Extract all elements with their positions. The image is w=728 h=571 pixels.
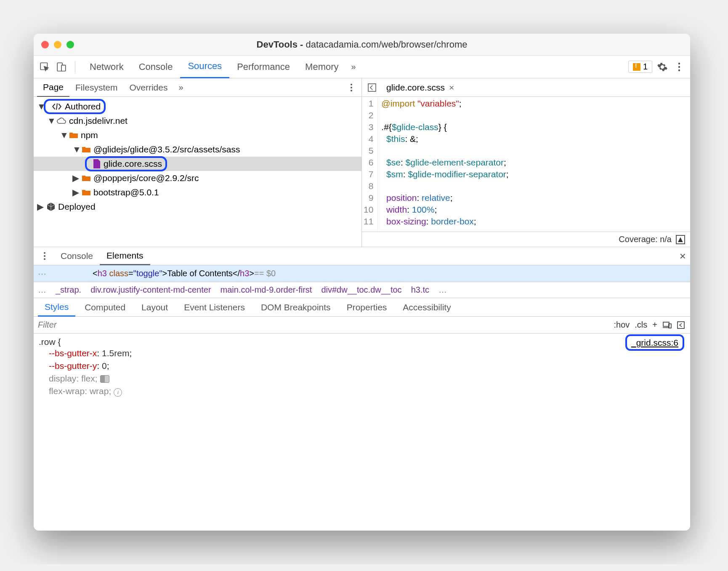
elements-dom-line[interactable]: ⋯ <h3 class="toggle">Table of Contents</… <box>34 265 690 282</box>
close-icon[interactable]: × <box>680 250 686 263</box>
filter-bar: :hov.cls+ <box>34 317 690 334</box>
dom-suffix: == $0 <box>254 269 276 278</box>
styles-tab-properties[interactable]: Properties <box>340 298 394 317</box>
more-tabs-icon[interactable]: » <box>351 62 356 72</box>
folder-icon <box>69 131 78 139</box>
svg-point-7 <box>351 86 352 88</box>
nav-kebab-icon[interactable] <box>345 81 358 94</box>
warning-count: 1 <box>643 62 648 72</box>
drawer-tab-console[interactable]: Console <box>54 247 100 265</box>
tab-sources[interactable]: Sources <box>180 56 229 78</box>
nav-back-icon[interactable] <box>365 81 379 94</box>
breadcrumb-item[interactable]: div.row.justify-content-md-center <box>90 285 211 295</box>
styles-tab-accessibility[interactable]: Accessibility <box>396 298 457 317</box>
device-icon[interactable] <box>662 321 672 329</box>
drawer-tab-elements[interactable]: Elements <box>100 247 150 265</box>
dom-val: toggle <box>136 269 159 278</box>
warning-badge[interactable]: 1 <box>628 61 652 73</box>
dom-tag-close: h3 <box>240 269 249 278</box>
filter-action[interactable]: :hov <box>614 320 630 330</box>
dom-attr: class <box>109 269 129 278</box>
main-toolbar: NetworkConsoleSourcesPerformanceMemory »… <box>34 56 690 78</box>
tree-bootstrap[interactable]: ▶ bootstrap@5.0.1 <box>34 185 361 200</box>
svg-rect-9 <box>368 84 376 91</box>
coverage-bar: Coverage: n/a ▲ <box>362 232 690 247</box>
rule-selector[interactable]: .row { <box>39 337 685 347</box>
gear-icon[interactable] <box>656 60 669 74</box>
dom-ellipsis[interactable]: ⋯ <box>38 269 46 279</box>
folder-icon <box>82 189 91 196</box>
code-icon <box>51 102 62 111</box>
line-gutter: 1234567891011 <box>362 97 378 232</box>
titlebar: DevTools - datacadamia.com/web/browser/c… <box>34 34 690 56</box>
breadcrumb-item[interactable]: h3.tc <box>411 285 429 295</box>
code-editor[interactable]: 1234567891011 @import "variables";.#{$gl… <box>362 97 690 232</box>
title-prefix: DevTools - <box>257 39 306 50</box>
tree-deployed[interactable]: ▶ Deployed <box>34 200 361 214</box>
styles-tabs: StylesComputedLayoutEvent ListenersDOM B… <box>34 298 690 317</box>
more-nav-icon[interactable]: » <box>178 83 183 92</box>
filter-action[interactable]: .cls <box>635 320 647 330</box>
nav-tab-filesystem[interactable]: Filesystem <box>69 78 123 97</box>
svg-point-4 <box>678 66 680 67</box>
navigator-tabs: PageFilesystemOverrides » <box>34 78 361 97</box>
editor-panel: glide.core.scss × 1234567891011 @import … <box>362 78 690 247</box>
editor-tab[interactable]: glide.core.scss × <box>383 83 457 93</box>
styles-tab-layout[interactable]: Layout <box>135 298 175 317</box>
info-icon[interactable]: i <box>114 388 122 397</box>
tree-label: npm <box>81 130 98 140</box>
breadcrumb: …_strap.div.row.justify-content-md-cente… <box>34 282 690 298</box>
styles-tab-event-listeners[interactable]: Event Listeners <box>177 298 252 317</box>
breadcrumb-item[interactable]: div#dw__toc.dw__toc <box>321 285 401 295</box>
tree-label: Authored <box>65 101 101 112</box>
tab-console[interactable]: Console <box>131 56 181 78</box>
tree-label: glide.core.scss <box>104 159 162 169</box>
inspect-icon[interactable] <box>38 60 51 74</box>
style-declaration[interactable]: display: flex; <box>39 372 685 385</box>
styles-tab-computed[interactable]: Computed <box>78 298 132 317</box>
coverage-text: Coverage: n/a <box>619 235 672 244</box>
breadcrumb-item[interactable]: main.col-md-9.order-first <box>221 285 312 295</box>
nav-tab-page[interactable]: Page <box>37 78 69 97</box>
navigator-tree: ▼ Authored ▼ cdn.jsdelivr.net ▼ <box>34 97 361 247</box>
cloud-icon <box>56 117 66 125</box>
svg-point-12 <box>44 258 45 260</box>
svg-rect-15 <box>678 322 684 328</box>
style-declaration[interactable]: flex-wrap: wrap;i <box>39 385 685 398</box>
drawer-kebab-icon[interactable] <box>38 249 51 263</box>
editor-tab-label: glide.core.scss <box>386 83 445 93</box>
svg-rect-13 <box>663 322 669 326</box>
filter-action[interactable]: + <box>652 320 657 330</box>
close-icon[interactable]: × <box>449 83 454 93</box>
tree-label: @glidejs/glide@3.5.2/src/assets/sass <box>93 144 240 155</box>
scss-file-icon <box>93 159 101 168</box>
toggle-pane-icon[interactable] <box>677 321 685 329</box>
folder-icon <box>82 174 91 182</box>
styles-tab-dom-breakpoints[interactable]: DOM Breakpoints <box>254 298 337 317</box>
expand-up-icon[interactable]: ▲ <box>676 235 685 244</box>
filter-input[interactable] <box>34 317 609 333</box>
devtools-window: DevTools - datacadamia.com/web/browser/c… <box>34 34 690 531</box>
style-declaration[interactable]: --bs-gutter-y: 0; <box>39 360 685 372</box>
warning-icon <box>633 63 640 71</box>
flex-swatch-icon[interactable] <box>100 375 109 383</box>
tree-authored[interactable]: ▼ Authored <box>34 99 361 114</box>
tab-performance[interactable]: Performance <box>229 56 298 78</box>
tree-popper[interactable]: ▶ @popperjs/core@2.9.2/src <box>34 171 361 185</box>
tab-memory[interactable]: Memory <box>298 56 346 78</box>
tree-label: cdn.jsdelivr.net <box>69 116 128 126</box>
tree-glide-file[interactable]: glide.core.scss <box>34 157 361 171</box>
styles-tab-styles[interactable]: Styles <box>38 298 75 317</box>
breadcrumb-item[interactable]: _strap. <box>56 285 81 295</box>
style-declaration[interactable]: --bs-gutter-x: 1.5rem; <box>39 347 685 360</box>
kebab-icon[interactable] <box>672 60 686 74</box>
rule-source-link[interactable]: _grid.scss:6 <box>625 338 684 348</box>
title-url: datacadamia.com/web/browser/chrome <box>306 39 468 50</box>
tree-cdn[interactable]: ▼ cdn.jsdelivr.net <box>34 114 361 128</box>
tab-network[interactable]: Network <box>82 56 131 78</box>
tree-npm[interactable]: ▼ npm <box>34 128 361 142</box>
nav-tab-overrides[interactable]: Overrides <box>123 78 173 97</box>
separator <box>75 61 75 73</box>
device-icon[interactable] <box>55 60 68 74</box>
tree-glidejs[interactable]: ▼ @glidejs/glide@3.5.2/src/assets/sass <box>34 142 361 157</box>
